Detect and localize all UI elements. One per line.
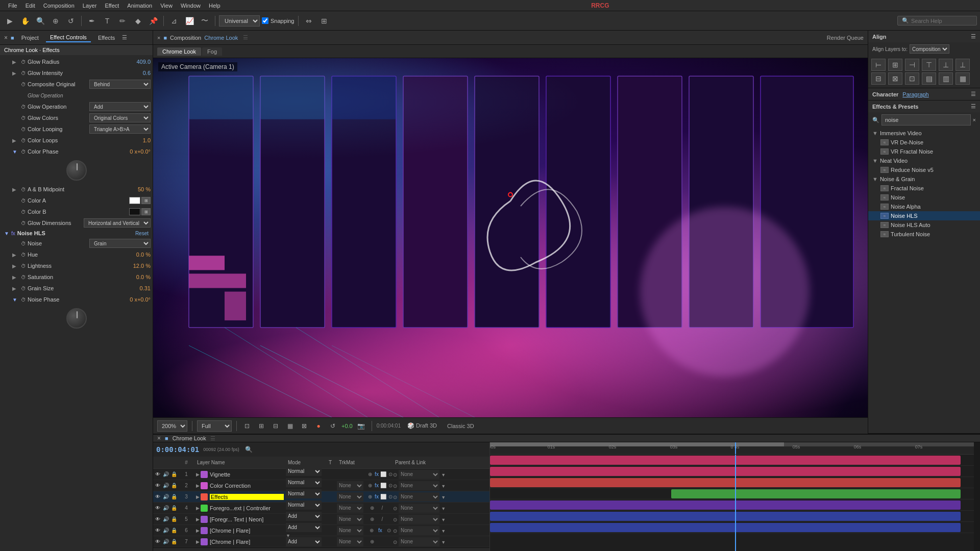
layer-6-anchor-btn[interactable]: ⊕ (368, 526, 375, 535)
layer-4-lock[interactable]: 🔒 (170, 505, 178, 512)
search-input[interactable] (911, 18, 972, 24)
stopwatch-icon-15[interactable]: ⏱ (19, 262, 28, 270)
grain-size-twirl[interactable]: ▶ (12, 286, 19, 291)
stopwatch-icon-8[interactable]: ⏱ (19, 147, 28, 156)
layer-3-twirl[interactable]: ▶ (196, 494, 200, 499)
effects-menu-icon[interactable]: ☰ (971, 103, 976, 110)
refresh-btn[interactable]: ↺ (327, 420, 338, 432)
glow-colors-select[interactable]: Original Colors A&B Colors (89, 113, 151, 122)
panel-menu-btn[interactable]: ☰ (122, 34, 127, 41)
record-btn[interactable]: ● (157, 549, 168, 552)
layer-2-motion-btn[interactable]: ⬜ (380, 481, 386, 490)
expand-panels-btn[interactable]: ⇔ (302, 14, 315, 28)
layer-5-audio[interactable]: 🔊 (162, 516, 169, 523)
layer-2-color[interactable] (201, 482, 208, 489)
layer-6-color[interactable] (201, 527, 208, 534)
layer-7-twirl[interactable]: ▶ (196, 539, 200, 544)
layer-4-mode-select[interactable]: Normal (286, 500, 322, 510)
menu-effect[interactable]: Effect (101, 2, 123, 10)
composite-original-select[interactable]: Behind In Front Behind None (89, 80, 151, 89)
effects-header[interactable]: Effects & Presets ☰ (868, 101, 980, 112)
lightness-value[interactable]: 12.0 % (125, 263, 151, 269)
hand-tool[interactable]: ✋ (18, 14, 32, 28)
comp-tab-fog[interactable]: Fog (202, 47, 222, 56)
search-bar[interactable]: 🔍 (897, 16, 977, 26)
layer-7-anchor-btn[interactable]: ⊕ (368, 537, 377, 546)
color-b-eyedropper[interactable]: ⊞ (141, 208, 151, 215)
layer-2-mode-select[interactable]: Normal (286, 478, 322, 487)
pen-tool[interactable]: ✒ (85, 14, 99, 28)
layer-7-parent-select[interactable]: None (399, 537, 439, 546)
layer-1-motion-btn[interactable]: ⬜ (380, 470, 386, 479)
character-header[interactable]: Character Paragraph ☰ (868, 88, 980, 100)
viewer-settings-btn[interactable]: ⊞ (317, 14, 331, 28)
stopwatch-icon-2[interactable]: ⏱ (19, 69, 28, 77)
layer-2-anchor-btn[interactable]: ⊕ (368, 481, 373, 490)
color-a-swatch[interactable] (129, 197, 140, 204)
timeline-menu-icon[interactable]: ☰ (210, 435, 215, 442)
tab-project[interactable]: Project (17, 34, 43, 42)
stopwatch-icon-4[interactable]: ⏱ (19, 103, 28, 111)
region-of-interest-btn[interactable]: ⊡ (241, 420, 253, 432)
noise-hls-section[interactable]: ▼ fx Noise HLS Reset (0, 229, 153, 238)
comp-close-btn[interactable]: × (157, 35, 160, 41)
layer-3-parent-select[interactable]: None (399, 492, 439, 502)
layer-4-trkmat-select[interactable]: None (337, 504, 363, 513)
layer-6-fx-btn[interactable]: fx (376, 526, 384, 535)
stopwatch-icon-11[interactable]: ⏱ (19, 208, 28, 216)
graph-editor-btn[interactable]: 📈 (186, 549, 197, 552)
stopwatch-icon-5[interactable]: ⏱ (19, 114, 28, 122)
glow-radius-twirl[interactable]: ▶ (12, 59, 19, 65)
menu-layer[interactable]: Layer (79, 2, 101, 10)
glow-radius-value[interactable]: 409.0 (125, 59, 151, 65)
track-3-bar[interactable] (490, 478, 961, 487)
timeline-scrollbar[interactable] (974, 442, 980, 551)
layer-6-audio[interactable]: 🔊 (162, 527, 169, 534)
layer-3-fx-btn[interactable]: fx (374, 492, 380, 502)
layer-1-mode-select[interactable]: Normal (286, 467, 322, 476)
layer-7-eye[interactable]: 👁 (154, 538, 161, 545)
stopwatch-icon-9[interactable]: ⏱ (19, 185, 28, 193)
layer-5-line-btn[interactable]: / (378, 515, 387, 524)
comp-tab-chrome-look[interactable]: Chrome Look (157, 47, 201, 56)
layer-3-lock[interactable]: 🔒 (170, 493, 178, 500)
menu-window[interactable]: Window (177, 2, 205, 10)
resolution-select[interactable]: Full Half Quarter (197, 420, 232, 432)
zoom-tool[interactable]: 🔍 (34, 14, 47, 28)
tab-effect-controls[interactable]: Effect Controls (46, 33, 91, 42)
layer-2-twirl[interactable]: ▶ (196, 483, 200, 488)
fast-preview-btn[interactable]: ● (313, 420, 324, 432)
color-phase-dial[interactable] (66, 160, 87, 181)
stopwatch-icon-17[interactable]: ⏱ (19, 284, 28, 292)
transparency-btn[interactable]: ⊞ (256, 420, 267, 432)
layer-5-color[interactable] (201, 516, 208, 523)
track-6-bar[interactable] (490, 512, 961, 521)
timeline-close-btn[interactable]: × (157, 435, 161, 442)
distribute-center-btn[interactable]: ⊠ (888, 72, 902, 85)
effects-group-immersive-header[interactable]: ▼ Immersive Video (868, 129, 980, 138)
distribute-left-btn[interactable]: ⊟ (871, 72, 886, 85)
glow-operation-select[interactable]: Add None Add Screen (89, 102, 151, 111)
effect-item-vr-denoise[interactable]: ≈ VR De-Noise (868, 138, 980, 147)
color-looping-select[interactable]: Triangle A>B>A Sawtooth A>B Triangle A>B… (89, 124, 151, 134)
effect-item-fractal-noise[interactable]: ≈ Fractal Noise (868, 184, 980, 193)
align-to-select[interactable]: Composition Selection Layer (910, 44, 949, 54)
layer-1-color[interactable] (201, 471, 208, 478)
layer-1-anchor-btn[interactable]: ⊕ (368, 470, 373, 479)
effect-item-vr-fractal[interactable]: ≈ VR Fractal Noise (868, 147, 980, 156)
stopwatch-icon-13[interactable]: ⏱ (19, 239, 28, 247)
layer-6-twirl[interactable]: ▶ (196, 528, 200, 533)
ab-midpoint-twirl[interactable]: ▶ (12, 187, 19, 192)
search-layers-btn[interactable]: 🔍 (243, 444, 255, 455)
grain-size-value[interactable]: 0.31 (125, 285, 151, 291)
layer-4-line-btn[interactable]: / (378, 504, 387, 513)
layer-4-anchor-btn[interactable]: ⊕ (368, 504, 377, 513)
coordinate-dropdown[interactable]: Universal (219, 15, 260, 27)
effect-item-noise-hls-auto[interactable]: ≈ Noise HLS Auto (868, 220, 980, 230)
layer-3-3d-btn[interactable]: ⊙ (387, 492, 393, 502)
align-header[interactable]: Align ☰ (868, 31, 980, 42)
effects-group-noise-header[interactable]: ▼ Noise & Grain (868, 174, 980, 184)
layer-5-anchor-btn[interactable]: ⊕ (368, 515, 377, 524)
layer-3-trkmat-select[interactable]: None (337, 492, 363, 502)
menu-view[interactable]: View (156, 2, 177, 10)
